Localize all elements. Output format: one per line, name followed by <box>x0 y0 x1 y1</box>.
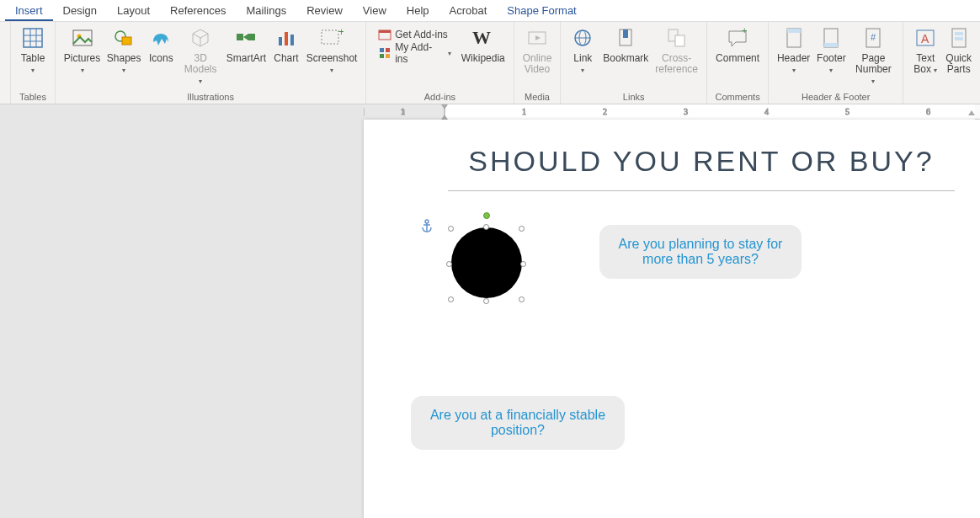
comment-button[interactable]: + Comment <box>712 24 763 75</box>
resize-handle-s[interactable] <box>483 298 489 304</box>
text-box-button[interactable]: A TextBox ▾ <box>908 24 942 76</box>
resize-handle-nw[interactable] <box>448 226 454 232</box>
cross-reference-button[interactable]: Cross-reference <box>652 24 701 75</box>
header-button[interactable]: Header▾ <box>774 24 813 76</box>
tab-shape-format[interactable]: Shape Format <box>497 1 586 21</box>
page-number-button[interactable]: # PageNumber ▾ <box>850 24 898 87</box>
page-number-label-l2: Number <box>855 63 892 75</box>
svg-text:1: 1 <box>522 107 526 116</box>
chevron-down-icon: ▾ <box>31 65 35 76</box>
resize-handle-n[interactable] <box>483 224 489 230</box>
svg-rect-9 <box>237 34 243 40</box>
document-workspace[interactable]: SHOULD YOU RENT OR BUY? Are you planning… <box>0 120 980 518</box>
chevron-down-icon: ▾ <box>871 77 875 85</box>
tab-insert[interactable]: Insert <box>5 1 53 21</box>
resize-handle-sw[interactable] <box>448 296 454 302</box>
oval-shape[interactable] <box>451 227 522 298</box>
svg-rect-22 <box>386 54 390 58</box>
svg-text:6: 6 <box>926 107 930 116</box>
chart-label: Chart <box>274 53 298 64</box>
wikipedia-button[interactable]: W Wikipedia <box>458 24 509 75</box>
footer-button[interactable]: Footer▾ <box>813 24 849 76</box>
quick-parts-button[interactable]: QuickParts <box>942 24 975 75</box>
3d-models-button[interactable]: 3DModels ▾ <box>178 24 223 87</box>
icons-icon <box>149 26 173 50</box>
tab-help[interactable]: Help <box>397 1 439 21</box>
online-video-button[interactable]: OnlineVideo <box>519 24 556 75</box>
svg-rect-20 <box>386 48 390 52</box>
svg-rect-5 <box>73 30 92 45</box>
group-illustrations-label: Illustrations <box>61 92 360 104</box>
chart-button[interactable]: Chart <box>269 24 303 75</box>
resize-handle-se[interactable] <box>519 296 525 302</box>
bubble-2-text: Are you at a financially stable position… <box>428 408 608 438</box>
document-page[interactable]: SHOULD YOU RENT OR BUY? Are you planning… <box>364 120 980 518</box>
chevron-down-icon: ▾ <box>581 65 584 76</box>
chevron-down-icon: ▾ <box>199 77 202 85</box>
group-header-footer: Header▾ Footer▾ # PageNumber ▾ Header & … <box>769 22 903 104</box>
resize-handle-ne[interactable] <box>519 226 525 232</box>
tab-references[interactable]: References <box>160 1 236 21</box>
svg-rect-13 <box>285 32 288 45</box>
svg-rect-35 <box>787 29 801 33</box>
bubble-2[interactable]: Are you at a financially stable position… <box>411 396 625 450</box>
bookmark-button[interactable]: Bookmark <box>599 24 652 75</box>
tab-view[interactable]: View <box>353 1 397 21</box>
pictures-label: Pictures <box>64 53 100 64</box>
table-button[interactable]: Table▾ <box>16 24 50 76</box>
comment-label: Comment <box>716 53 759 64</box>
group-illustrations: Pictures▾ Shapes▾ Icons 3DModels ▾ Smart… <box>56 22 366 104</box>
tab-review[interactable]: Review <box>296 1 353 21</box>
svg-text:+: + <box>742 27 747 35</box>
screenshot-button[interactable]: + Screenshot▾ <box>303 24 360 76</box>
resize-handle-w[interactable] <box>446 261 452 267</box>
smartart-button[interactable]: SmartArt <box>223 24 269 75</box>
comment-icon: + <box>726 26 749 50</box>
chevron-down-icon: ▾ <box>829 65 833 76</box>
svg-rect-32 <box>675 35 684 46</box>
video-icon <box>525 26 549 50</box>
chart-icon <box>274 26 298 50</box>
chevron-down-icon: ▾ <box>330 65 333 76</box>
bubble-1[interactable]: Are you planning to stay for more than 5… <box>599 225 802 279</box>
pictures-button[interactable]: Pictures▾ <box>61 24 104 76</box>
group-media-label: Media <box>519 92 556 104</box>
chevron-down-icon: ▾ <box>448 50 451 57</box>
link-button[interactable]: Link▾ <box>566 24 599 76</box>
group-text: A TextBox ▾ QuickParts <box>903 22 980 104</box>
svg-text:5: 5 <box>845 107 850 116</box>
selected-oval-shape[interactable] <box>445 212 529 305</box>
title-divider <box>448 190 955 191</box>
tab-acrobat[interactable]: Acrobat <box>439 1 498 21</box>
resize-handle-e[interactable] <box>520 261 526 267</box>
tab-layout[interactable]: Layout <box>107 1 160 21</box>
bookmark-label: Bookmark <box>603 53 648 64</box>
group-media: OnlineVideo Media <box>514 22 562 104</box>
my-addins-label: My Add-ins <box>395 41 445 65</box>
chevron-down-icon: ▾ <box>792 65 796 76</box>
icons-button[interactable]: Icons <box>144 24 178 75</box>
svg-rect-37 <box>824 43 838 47</box>
horizontal-ruler[interactable]: 1 1 2 3 4 5 6 <box>364 104 980 120</box>
link-label: Link <box>573 53 592 64</box>
group-links-label: Links <box>566 92 701 104</box>
text-box-icon: A <box>913 26 937 50</box>
quick-parts-label-l2: Parts <box>947 64 971 75</box>
rotation-handle[interactable] <box>483 212 490 219</box>
group-tables-label: Tables <box>16 92 50 104</box>
tab-design[interactable]: Design <box>53 1 107 21</box>
link-icon <box>571 26 594 50</box>
quick-parts-icon <box>947 26 971 50</box>
pictures-icon <box>71 26 94 50</box>
svg-rect-14 <box>290 35 294 45</box>
shapes-button[interactable]: Shapes▾ <box>104 24 144 76</box>
ribbon: Table▾ Tables Pictures▾ Shapes▾ Icons 3D… <box>0 22 980 104</box>
svg-rect-15 <box>322 30 338 44</box>
chevron-down-icon: ▾ <box>934 67 937 74</box>
store-icon <box>378 28 391 41</box>
tab-mailings[interactable]: Mailings <box>237 1 297 21</box>
group-header-footer-label: Header & Footer <box>774 92 897 104</box>
bookmark-icon <box>614 26 637 50</box>
my-addins-button[interactable]: My Add-ins ▾ <box>375 44 455 62</box>
header-label: Header <box>777 53 810 64</box>
